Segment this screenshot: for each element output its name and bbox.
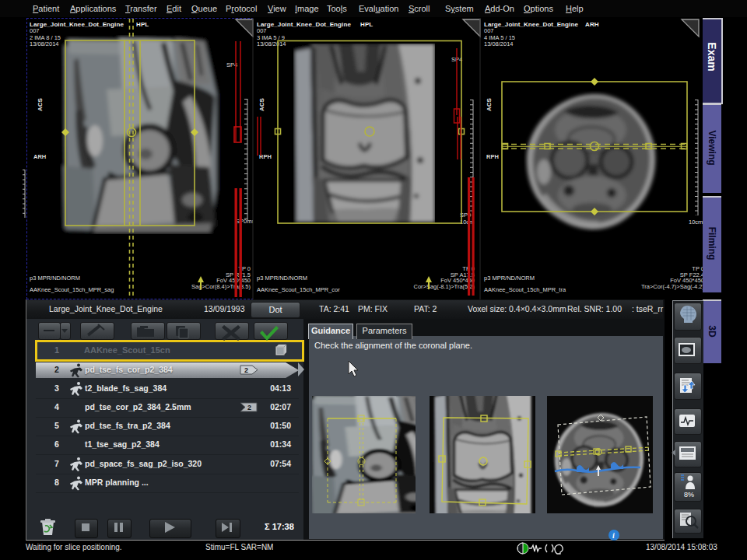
- svg-text:i: i: [612, 531, 615, 540]
- svg-text:2: 2: [244, 366, 248, 374]
- svg-text:2: 2: [247, 404, 251, 411]
- svg-text:8%: 8%: [684, 491, 694, 499]
